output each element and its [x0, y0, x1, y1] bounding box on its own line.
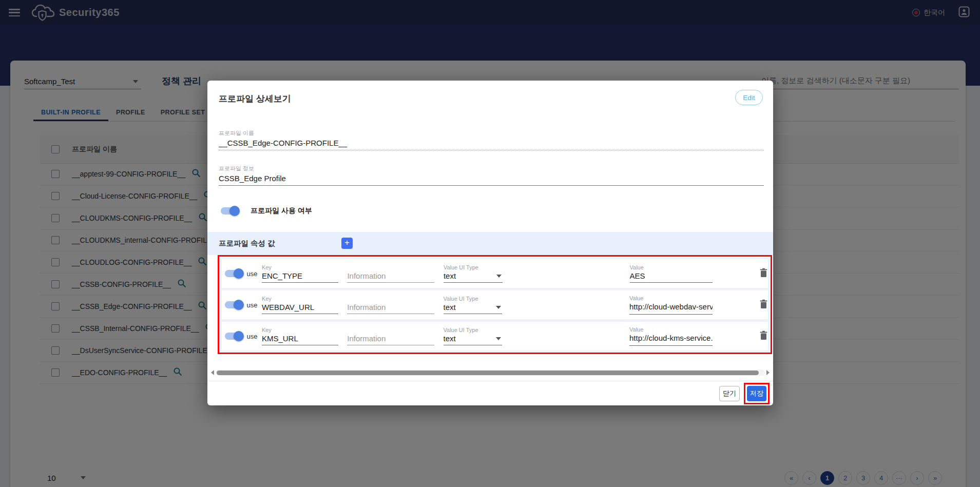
- attributes-highlight-box: use KeyENC_TYPE Information Value UI Typ…: [218, 255, 772, 354]
- key-field[interactable]: KeyENC_TYPE: [262, 264, 339, 283]
- profile-name-label: 프로파일 이름: [219, 129, 764, 137]
- key-value: WEBDAV_URL: [262, 302, 338, 314]
- information-field[interactable]: Information: [347, 264, 434, 283]
- profile-name-field[interactable]: 프로파일 이름 __CSSB_Edge-CONFIG-PROFILE__: [219, 129, 764, 150]
- attribute-row: use KeyENC_TYPE Information Value UI Typ…: [222, 259, 768, 288]
- scroll-right-icon[interactable]: [766, 370, 770, 375]
- value-field[interactable]: Valuehttp://cloud-webdav-service.{고객: [629, 295, 713, 315]
- use-label: use: [244, 333, 260, 340]
- use-label: use: [244, 301, 260, 309]
- chevron-down-icon: [496, 275, 502, 278]
- use-label: use: [244, 270, 260, 278]
- scrollbar-thumb[interactable]: [217, 371, 759, 375]
- profile-enabled-label: 프로파일 사용 여부: [251, 206, 312, 216]
- chevron-down-icon: [496, 337, 501, 340]
- attributes-section-title: 프로파일 속성 값: [219, 239, 275, 248]
- value-value: http://cloud-webdav-service.{고객: [629, 301, 713, 315]
- information-placeholder: Information: [347, 333, 434, 345]
- modal-title: 프로파일 상세보기: [219, 93, 291, 105]
- information-placeholder: Information: [347, 302, 434, 314]
- save-button[interactable]: 저장: [747, 386, 766, 401]
- value-ui-type-value: text: [444, 271, 456, 280]
- key-field[interactable]: KeyKMS_URL: [262, 327, 338, 345]
- profile-enabled-toggle[interactable]: [221, 207, 238, 215]
- key-value: ENC_TYPE: [262, 270, 339, 283]
- delete-attribute-icon[interactable]: [759, 330, 768, 342]
- value-field[interactable]: ValueAES: [630, 264, 713, 283]
- information-placeholder: Information: [347, 270, 434, 283]
- value-ui-type-select[interactable]: Value UI Typetext: [444, 296, 503, 314]
- value-ui-type-value: text: [444, 303, 456, 311]
- scroll-left-icon[interactable]: [211, 370, 214, 375]
- delete-attribute-icon[interactable]: [759, 299, 768, 311]
- edit-button[interactable]: Edit: [735, 90, 763, 105]
- value-value: http://cloud-kms-service.{고객사: [629, 333, 713, 346]
- attribute-row: use KeyKMS_URL Information Value UI Type…: [222, 322, 768, 350]
- profile-info-field[interactable]: 프로파일 정보 CSSB_Edge Profile: [219, 165, 764, 186]
- add-attribute-button[interactable]: +: [341, 238, 353, 249]
- close-button[interactable]: 닫기: [719, 386, 740, 401]
- profile-info-label: 프로파일 정보: [219, 165, 764, 172]
- save-highlight-box: 저장: [744, 383, 770, 404]
- value-ui-type-value: text: [444, 334, 456, 343]
- delete-attribute-icon[interactable]: [759, 268, 768, 280]
- chevron-down-icon: [496, 306, 501, 309]
- horizontal-scrollbar[interactable]: [207, 368, 773, 377]
- profile-name-value: __CSSB_Edge-CONFIG-PROFILE__: [219, 137, 764, 150]
- attribute-use-toggle[interactable]: [225, 270, 242, 277]
- profile-info-value: CSSB_Edge Profile: [219, 172, 764, 186]
- attribute-use-toggle[interactable]: [225, 333, 242, 340]
- value-field[interactable]: Valuehttp://cloud-kms-service.{고객사: [629, 326, 713, 346]
- information-field[interactable]: Information: [347, 327, 434, 345]
- value-ui-type-select[interactable]: Value UI Typetext: [444, 327, 503, 345]
- value-value: AES: [630, 270, 713, 283]
- key-field[interactable]: KeyWEBDAV_URL: [262, 296, 338, 314]
- attribute-row: use KeyWEBDAV_URL Information Value UI T…: [222, 290, 768, 319]
- attributes-section-header: 프로파일 속성 값 +: [207, 232, 773, 255]
- profile-detail-modal: 프로파일 상세보기 Edit 프로파일 이름 __CSSB_Edge-CONFI…: [207, 81, 773, 405]
- value-ui-type-select[interactable]: Value UI Typetext: [444, 264, 503, 283]
- modal-footer: 닫기 저장: [207, 381, 773, 405]
- key-value: KMS_URL: [262, 333, 338, 345]
- scrollbar-track[interactable]: [216, 369, 765, 376]
- attribute-use-toggle[interactable]: [225, 301, 242, 308]
- profile-enabled-row: 프로파일 사용 여부: [221, 206, 312, 216]
- information-field[interactable]: Information: [347, 296, 434, 314]
